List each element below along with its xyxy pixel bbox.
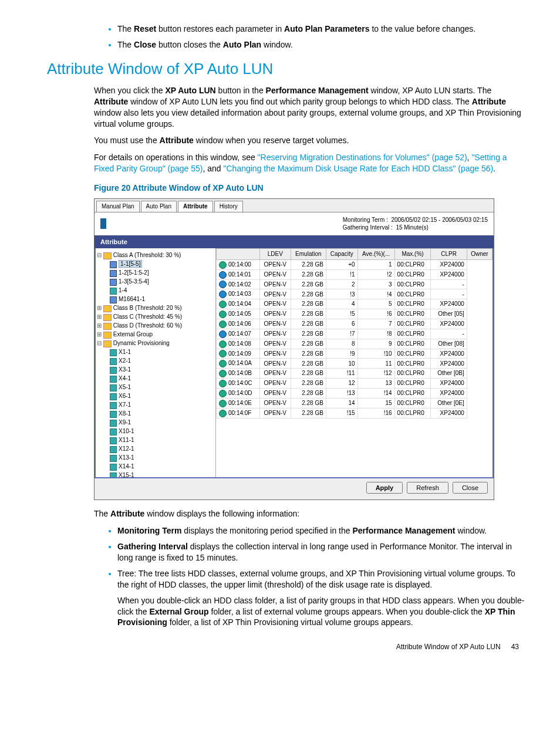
tab-history[interactable]: History xyxy=(214,201,243,212)
refresh-button[interactable]: Refresh xyxy=(407,482,448,494)
cell: OPEN-V xyxy=(259,279,291,289)
expander-icon[interactable]: ⊟ xyxy=(97,340,102,346)
list-item: The Reset button restores each parameter… xyxy=(117,23,525,35)
table-row[interactable]: 00:14:03OPEN-V2.28 GB!3!400:CLPR0- xyxy=(217,289,492,299)
table-row[interactable]: 00:14:0BOPEN-V2.28 GB!11!1200:CLPR0Other… xyxy=(217,369,492,379)
expander-icon[interactable]: ⊞ xyxy=(97,313,102,320)
paragraph: When you click the XP Auto LUN button in… xyxy=(94,85,525,130)
tree-node[interactable]: X3-1 xyxy=(97,365,214,374)
tree-node[interactable]: X4-1 xyxy=(97,374,214,383)
folder-icon xyxy=(103,305,112,312)
gath-value: 15 Minute(s) xyxy=(396,224,429,231)
apply-button[interactable]: Apply xyxy=(366,482,403,494)
table-row[interactable]: 00:14:0DOPEN-V2.28 GB!13!1400:CLPR0XP240… xyxy=(217,389,492,399)
status-icon xyxy=(219,261,227,269)
tree-node[interactable]: 1-3[5-3:5-4] xyxy=(97,277,214,286)
link[interactable]: "Changing the Maximum Disk Usage Rate fo… xyxy=(224,164,494,173)
table-row[interactable]: 00:14:04OPEN-V2.28 GB4500:CLPR0XP24000 xyxy=(217,299,492,309)
tree-node[interactable]: ⊞ Class D (Threshold: 60 %) xyxy=(97,321,214,330)
tree-node[interactable]: ⊞ External Group xyxy=(97,330,214,339)
tree-node[interactable]: X11-1 xyxy=(97,436,214,444)
table-row[interactable]: 00:14:0COPEN-V2.28 GB121300:CLPR0XP24000 xyxy=(217,379,492,389)
tree-node[interactable]: X8-1 xyxy=(97,409,214,418)
table-row[interactable]: 00:14:01OPEN-V2.28 GB!1!200:CLPR0XP24000 xyxy=(217,269,492,279)
volume-icon xyxy=(110,420,117,427)
table-row[interactable]: 00:14:07OPEN-V2.28 GB!7!800:CLPR0- xyxy=(217,329,492,339)
data-grid[interactable]: LDEVEmulationCapacityAve.(%)(...Max.(%)C… xyxy=(216,248,492,477)
list-item: The Close button closes the Auto Plan wi… xyxy=(117,39,525,50)
expander-icon[interactable]: ⊞ xyxy=(97,322,102,329)
tree-node[interactable]: 1-2[5-1:5-2] xyxy=(97,268,214,277)
tree-node[interactable]: X9-1 xyxy=(97,418,214,427)
close-button[interactable]: Close xyxy=(453,482,488,494)
bold: Gathering Interval xyxy=(117,542,188,551)
bold: Close xyxy=(134,40,156,49)
cell: 2.28 GB xyxy=(291,329,326,339)
link[interactable]: "Reserving Migration Destinations for Vo… xyxy=(258,153,467,162)
tree-label: X9-1 xyxy=(119,419,131,426)
tree-node[interactable]: ⊟ Dynamic Provisioning xyxy=(97,339,214,347)
tab-auto-plan[interactable]: Auto Plan xyxy=(141,201,177,212)
cell: - xyxy=(431,279,467,289)
tree-node[interactable]: X2-1 xyxy=(97,356,214,365)
text: button in the xyxy=(216,86,266,95)
table-row[interactable]: 00:14:0AOPEN-V2.28 GB101100:CLPR0XP24000 xyxy=(217,359,492,369)
cell: 00:CLPR0 xyxy=(394,279,431,289)
cell: 2.28 GB xyxy=(291,339,326,349)
bold: Auto Plan Parameters xyxy=(284,24,370,33)
tree-node[interactable]: M16641-1 xyxy=(97,295,214,303)
tab-attribute[interactable]: Attribute xyxy=(178,201,213,212)
tree-view[interactable]: ⊟ Class A (Threshold: 30 %)1-1[5-5]1-2[5… xyxy=(96,248,216,477)
table-row[interactable]: 00:14:08OPEN-V2.28 GB8900:CLPR0Other [08… xyxy=(217,339,492,349)
cell: XP24000 xyxy=(431,319,467,329)
volume-icon xyxy=(110,472,117,478)
table-row[interactable]: 00:14:00OPEN-V2.28 GB+0100:CLPR0XP24000 xyxy=(217,259,492,269)
table-row[interactable]: 00:14:02OPEN-V2.28 GB2300:CLPR0- xyxy=(217,279,492,289)
tree-node[interactable]: X6-1 xyxy=(97,391,214,400)
table-row[interactable]: 00:14:0EOPEN-V2.28 GB141500:CLPR0Other [… xyxy=(217,398,492,408)
tree-node[interactable]: X15-1 xyxy=(97,471,214,477)
tree-node[interactable]: X1-1 xyxy=(97,347,214,356)
table-row[interactable]: 00:14:0FOPEN-V2.28 GB!15!1600:CLPR0XP240… xyxy=(217,408,492,418)
column-header[interactable]: CLPR xyxy=(431,249,467,260)
tree-node[interactable]: X13-1 xyxy=(97,453,214,462)
list-item: Tree: The tree lists HDD classes, extern… xyxy=(117,568,525,628)
tree-node[interactable]: 1-4 xyxy=(97,286,214,295)
tree-node[interactable]: 1-1[5-5] xyxy=(97,259,214,268)
cell: XP24000 xyxy=(431,299,467,309)
tree-node[interactable]: ⊞ Class C (Threshold: 45 %) xyxy=(97,312,214,321)
table-row[interactable]: 00:14:05OPEN-V2.28 GB!5!600:CLPR0Other [… xyxy=(217,309,492,319)
expander-icon[interactable]: ⊞ xyxy=(97,331,102,337)
column-header[interactable]: Capacity xyxy=(326,249,357,260)
column-header[interactable]: LDEV xyxy=(259,249,291,260)
tree-label: 1-1[5-5] xyxy=(119,260,142,268)
cell: Other [08] xyxy=(431,339,467,349)
table-row[interactable]: 00:14:06OPEN-V2.28 GB6700:CLPR0XP24000 xyxy=(217,319,492,329)
text: The xyxy=(94,509,110,518)
attribute-panel-header: Attribute xyxy=(95,235,494,249)
expander-icon[interactable]: ⊞ xyxy=(97,305,102,311)
tree-node[interactable]: ⊞ Class B (Threshold: 20 %) xyxy=(97,303,214,312)
status-icon xyxy=(219,380,227,387)
col-icon[interactable] xyxy=(217,249,260,260)
cell: 4 xyxy=(326,299,357,309)
tree-node[interactable]: X10-1 xyxy=(97,427,214,436)
tree-node[interactable]: X5-1 xyxy=(97,383,214,391)
cell: !14 xyxy=(357,389,394,399)
tree-node[interactable]: X12-1 xyxy=(97,444,214,453)
table-row[interactable]: 00:14:09OPEN-V2.28 GB!9!1000:CLPR0XP2400… xyxy=(217,349,492,359)
column-header[interactable]: Ave.(%)(... xyxy=(357,249,394,260)
column-header[interactable]: Emulation xyxy=(291,249,326,260)
tree-node[interactable]: X7-1 xyxy=(97,400,214,409)
status-icon xyxy=(219,281,227,288)
tree-node[interactable]: X14-1 xyxy=(97,462,214,471)
cell: XP24000 xyxy=(431,389,467,399)
column-header[interactable]: Max.(%) xyxy=(394,249,431,260)
tree-label: X1-1 xyxy=(119,349,131,355)
figure-caption: Figure 20 Attribute Window of XP Auto LU… xyxy=(94,183,525,194)
column-header[interactable]: Owner xyxy=(467,249,492,260)
expander-icon[interactable]: ⊟ xyxy=(97,252,102,258)
cell: 3 xyxy=(357,279,394,289)
tree-node[interactable]: ⊟ Class A (Threshold: 30 %) xyxy=(97,251,214,259)
tab-manual-plan[interactable]: Manual Plan xyxy=(96,201,140,212)
